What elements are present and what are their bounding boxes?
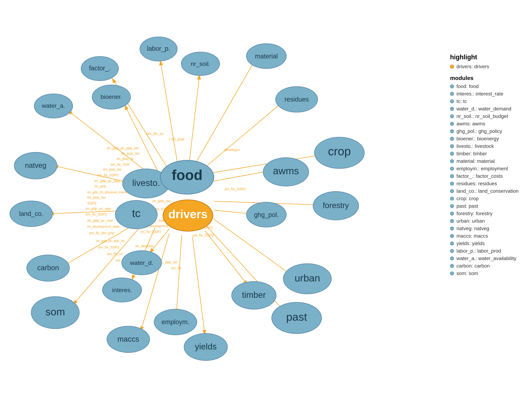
legend-area: highlight drivers: drivers modules food:… [450, 53, 525, 278]
svg-text:food: food [171, 167, 203, 183]
legend-dot-blue-0 [450, 84, 454, 88]
main-container: sm_fix_cc / im_pop im_gdp_pc_ppp_iso im_… [0, 0, 532, 399]
legend-module-25: som: som [450, 271, 525, 276]
svg-text:SSP2: SSP2 [87, 201, 96, 205]
svg-text:carbon: carbon [37, 264, 59, 272]
legend-module-22: labor_p.: labor_prod [450, 248, 525, 254]
svg-text:im_develop: im_develop [135, 244, 154, 248]
svg-text:im_gdp_pc_ppp: im_gdp_pc_ppp [86, 207, 111, 211]
svg-text:crop: crop [328, 145, 351, 158]
svg-text:/ im_pop: / im_pop [169, 137, 184, 141]
legend-module-10: material: material [450, 158, 525, 164]
svg-text:developm: developm [224, 148, 240, 152]
svg-text:ghg_pol.: ghg_pol. [254, 211, 279, 218]
legend-module-16: past: past [450, 203, 525, 209]
svg-text:livesto.: livesto. [132, 178, 160, 188]
svg-text:residues: residues [285, 96, 309, 103]
legend-module-24: carbon: carbon [450, 263, 525, 269]
svg-text:sm_fix_SSP: sm_fix_SSP [110, 162, 130, 166]
svg-text:sm_fix_dm_pop: sm_fix_dm_pop [89, 231, 114, 235]
svg-text:tc: tc [132, 207, 140, 219]
svg-text:factor_.: factor_. [89, 64, 110, 72]
legend-highlight-label-0: drivers: drivers [456, 64, 489, 70]
legend-module-2: tc: tc [450, 99, 525, 104]
svg-text:im_fix_SSP2: im_fix_SSP2 [141, 230, 161, 234]
svg-text:interes.: interes. [112, 287, 132, 293]
legend-module-label-0: food: food [456, 83, 479, 89]
svg-text:im_pop_iso: im_pop_iso [121, 152, 139, 156]
legend-module-9: timber: timber [450, 151, 525, 157]
svg-line-20 [210, 171, 269, 182]
svg-text:im_gdp_pc_ppp_iso: im_gdp_pc_ppp_iso [95, 179, 126, 183]
svg-line-22 [205, 101, 283, 167]
legend-module-18: urban: urban [450, 218, 525, 224]
svg-text:urban: urban [295, 272, 320, 284]
svg-text:nr_soil.: nr_soil. [191, 60, 210, 67]
highlight-title: highlight [450, 53, 525, 61]
legend-module-14: land_co.: land_conservation [450, 188, 525, 194]
svg-text:material: material [255, 52, 278, 60]
svg-text:im_pop_iso: im_pop_iso [103, 167, 121, 171]
svg-text:im_pop_iso: im_pop_iso [87, 195, 106, 200]
legend-module-17: forestry: forestry [450, 211, 525, 216]
svg-text:im_development_state: im_development_state [87, 225, 120, 228]
svg-text:sm_fix_SSP2: sm_fix_SSP2 [192, 233, 214, 237]
legend-module-21: yields: yields [450, 241, 525, 246]
svg-text:im_gdp_pc_mer: im_gdp_pc_mer [87, 219, 113, 223]
legend-module-3: water_d.: water_demand [450, 106, 525, 112]
legend-module-5: awms: awms [450, 121, 525, 127]
legend-module-13: residues: residues [450, 181, 525, 186]
graph-area: sm_fix_cc / im_pop im_gdp_pc_ppp_iso im_… [0, 0, 410, 399]
svg-text:sm_fix_cc: sm_fix_cc [107, 252, 123, 256]
svg-text:awms: awms [273, 165, 299, 176]
svg-text:tc_ppp_iso: tc_ppp_iso [160, 260, 178, 264]
svg-text:sm_fix: sm_fix [171, 266, 181, 270]
svg-text:employm.: employm. [162, 318, 189, 326]
legend-module-12: factor_.: factor_costs [450, 173, 525, 179]
svg-text:im_gdp_pc_ppp_iso: im_gdp_pc_ppp_iso [96, 239, 125, 243]
svg-text:im_pop_iso: im_pop_iso [152, 199, 171, 203]
svg-text:natveg: natveg [25, 161, 46, 169]
svg-text:im_pop: im_pop [95, 184, 106, 188]
svg-text:drivers: drivers [168, 208, 208, 221]
legend-module-7: bioener.: bioenergy [450, 136, 525, 142]
svg-text:sm_fix_SSP2: sm_fix_SSP2 [86, 212, 107, 216]
svg-line-2 [160, 61, 178, 167]
legend-module-1: interes.: interest_rate [450, 91, 525, 97]
svg-text:timber: timber [242, 290, 266, 300]
legend-module-8: livesto.: livestock [450, 143, 525, 149]
svg-text:sm_fix_SSP2: sm_fix_SSP2 [97, 173, 119, 177]
svg-text:forestry: forestry [323, 201, 349, 210]
svg-text:im_pop_id: im_pop_id [117, 157, 133, 161]
legend-module-0: food: food [450, 83, 525, 89]
svg-text:past: past [286, 311, 307, 323]
legend-module-11: employm.: employment [450, 166, 525, 171]
svg-text:im_gdp_b5_physical_inactiv: im_gdp_b5_physical_inactiv [87, 190, 127, 194]
svg-text:water_d.: water_d. [130, 259, 153, 266]
legend-dot-orange [450, 65, 454, 69]
legend-module-23: water_a.: water_availability [450, 256, 525, 261]
svg-text:sm_fix_cc: sm_fix_cc [146, 132, 164, 136]
svg-text:land_co.: land_co. [19, 210, 43, 217]
svg-line-5 [125, 105, 160, 176]
modules-title: modules [450, 75, 525, 81]
svg-line-24 [189, 75, 200, 166]
svg-line-18 [214, 210, 251, 214]
svg-text:som: som [45, 306, 65, 317]
svg-text:sm_fix_SSP2: sm_fix_SSP2 [98, 245, 119, 249]
svg-text:bioener.: bioener. [101, 93, 122, 100]
legend-module-19: natveg: natveg [450, 226, 525, 231]
legend-module-15: crop: crop [450, 196, 525, 202]
svg-text:sm_fix_SSP2: sm_fix_SSP2 [224, 187, 246, 191]
legend-module-20: maccs: maccs [450, 233, 525, 239]
svg-text:maccs: maccs [117, 335, 139, 343]
legend-module-4: nr_soil.: nr_soil_budget [450, 114, 525, 119]
legend-module-6: ghg_pol.: ghg_policy [450, 128, 525, 134]
svg-text:labor_p.: labor_p. [147, 45, 170, 52]
svg-text:water_a.: water_a. [42, 102, 65, 109]
svg-line-13 [176, 235, 182, 314]
legend-highlight-item-0: drivers: drivers [450, 64, 525, 70]
svg-text:yields: yields [195, 342, 217, 351]
svg-text:im_gdp_pc_ppp_iso: im_gdp_pc_ppp_iso [107, 146, 139, 150]
